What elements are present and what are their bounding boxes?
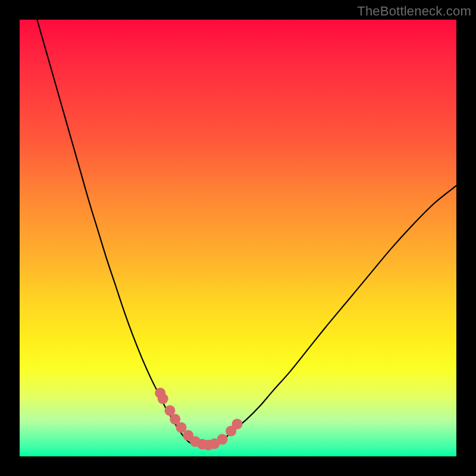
watermark-text: TheBottleneck.com	[357, 4, 471, 19]
curve-layer	[20, 20, 456, 456]
plot-area	[20, 20, 456, 456]
bottleneck-curve	[37, 20, 456, 446]
data-bead	[217, 434, 228, 444]
data-bead	[158, 393, 168, 404]
chart-frame: TheBottleneck.com	[0, 0, 476, 476]
data-bead	[232, 419, 243, 430]
